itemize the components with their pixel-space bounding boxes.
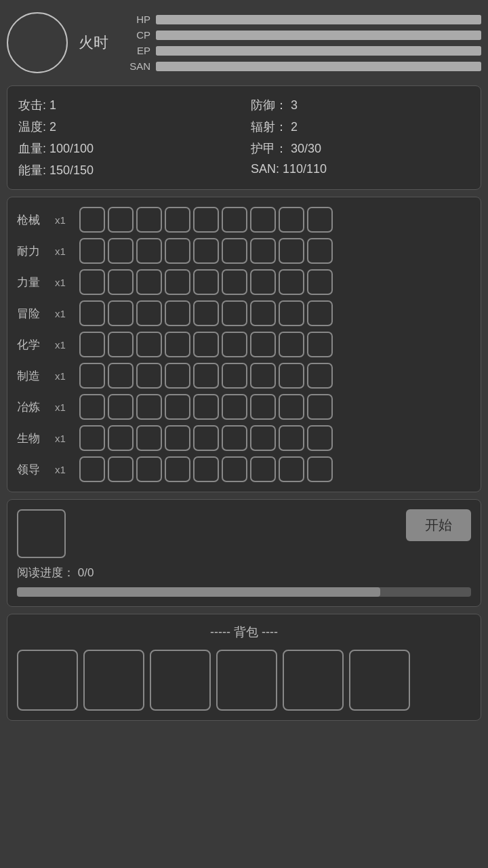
skill-box[interactable] bbox=[307, 394, 333, 420]
skill-box[interactable] bbox=[307, 300, 333, 326]
backpack-slot[interactable] bbox=[283, 650, 344, 711]
skill-box[interactable] bbox=[165, 363, 190, 389]
skill-box[interactable] bbox=[250, 207, 276, 233]
skill-box[interactable] bbox=[193, 238, 219, 264]
skill-box[interactable] bbox=[307, 425, 333, 451]
skill-box[interactable] bbox=[108, 300, 134, 326]
skill-box[interactable] bbox=[222, 238, 247, 264]
skill-box[interactable] bbox=[279, 332, 304, 357]
skill-box[interactable] bbox=[79, 207, 105, 233]
skill-box[interactable] bbox=[222, 425, 247, 451]
skill-box[interactable] bbox=[307, 456, 333, 482]
skill-box[interactable] bbox=[108, 456, 134, 482]
skill-box[interactable] bbox=[279, 300, 304, 326]
skill-box[interactable] bbox=[165, 238, 190, 264]
skill-box[interactable] bbox=[136, 394, 162, 420]
skill-box[interactable] bbox=[222, 332, 247, 357]
skill-box[interactable] bbox=[222, 456, 247, 482]
skill-box[interactable] bbox=[165, 207, 190, 233]
skill-box[interactable] bbox=[279, 425, 304, 451]
skill-box[interactable] bbox=[222, 363, 247, 389]
skill-box[interactable] bbox=[79, 456, 105, 482]
skill-box[interactable] bbox=[250, 300, 276, 326]
skill-mult: x1 bbox=[55, 245, 74, 257]
skill-box[interactable] bbox=[279, 269, 304, 295]
skill-box[interactable] bbox=[279, 238, 304, 264]
skill-box[interactable] bbox=[193, 456, 219, 482]
start-button[interactable]: 开始 bbox=[406, 509, 471, 541]
skill-box[interactable] bbox=[279, 394, 304, 420]
skill-box[interactable] bbox=[307, 238, 333, 264]
skill-name: 枪械 bbox=[17, 212, 49, 228]
bar-fill bbox=[156, 46, 481, 56]
skill-box[interactable] bbox=[193, 300, 219, 326]
backpack-slot[interactable] bbox=[17, 650, 78, 711]
skill-box[interactable] bbox=[165, 456, 190, 482]
skill-box[interactable] bbox=[279, 456, 304, 482]
skill-box[interactable] bbox=[222, 269, 247, 295]
skill-box[interactable] bbox=[108, 394, 134, 420]
skill-box[interactable] bbox=[250, 363, 276, 389]
skill-box[interactable] bbox=[136, 207, 162, 233]
skill-box[interactable] bbox=[79, 332, 105, 357]
skill-box[interactable] bbox=[279, 363, 304, 389]
skill-box[interactable] bbox=[250, 332, 276, 357]
skill-box[interactable] bbox=[193, 332, 219, 357]
skill-box[interactable] bbox=[136, 332, 162, 357]
skill-box[interactable] bbox=[193, 425, 219, 451]
header-section: 火时 HP CP EP SAN bbox=[7, 7, 481, 79]
skill-box[interactable] bbox=[250, 394, 276, 420]
bar-label: CP bbox=[126, 29, 150, 41]
skill-box[interactable] bbox=[79, 363, 105, 389]
skill-box[interactable] bbox=[193, 207, 219, 233]
skill-box[interactable] bbox=[307, 332, 333, 357]
skill-box[interactable] bbox=[307, 363, 333, 389]
skill-box[interactable] bbox=[108, 332, 134, 357]
skill-box[interactable] bbox=[193, 394, 219, 420]
skill-box[interactable] bbox=[250, 425, 276, 451]
skill-box[interactable] bbox=[136, 238, 162, 264]
backpack-slot[interactable] bbox=[216, 650, 277, 711]
skill-boxes bbox=[79, 425, 333, 451]
skill-box[interactable] bbox=[222, 300, 247, 326]
skill-box[interactable] bbox=[250, 238, 276, 264]
skill-box[interactable] bbox=[79, 300, 105, 326]
skill-row: 生物x1 bbox=[17, 425, 471, 451]
skill-box[interactable] bbox=[165, 394, 190, 420]
backpack-slot[interactable] bbox=[83, 650, 144, 711]
skill-box[interactable] bbox=[307, 269, 333, 295]
skill-row: 冶炼x1 bbox=[17, 394, 471, 420]
skill-box[interactable] bbox=[193, 363, 219, 389]
skill-box[interactable] bbox=[136, 300, 162, 326]
skill-box[interactable] bbox=[136, 269, 162, 295]
skill-box[interactable] bbox=[136, 363, 162, 389]
skill-box[interactable] bbox=[108, 207, 134, 233]
skill-box[interactable] bbox=[222, 207, 247, 233]
skill-box[interactable] bbox=[79, 394, 105, 420]
skill-box[interactable] bbox=[108, 238, 134, 264]
skill-box[interactable] bbox=[165, 269, 190, 295]
skill-box[interactable] bbox=[165, 425, 190, 451]
skill-box[interactable] bbox=[108, 363, 134, 389]
skill-box[interactable] bbox=[307, 207, 333, 233]
skill-box[interactable] bbox=[165, 300, 190, 326]
skill-box[interactable] bbox=[79, 425, 105, 451]
skill-box[interactable] bbox=[136, 425, 162, 451]
skill-box[interactable] bbox=[79, 238, 105, 264]
backpack-slot[interactable] bbox=[150, 650, 211, 711]
stat-bar-row-hp: HP bbox=[126, 14, 481, 25]
stats-panel: 攻击: 1 防御： 3 温度: 2 辐射： 2 血量: 100/100 护甲： … bbox=[7, 85, 481, 190]
skill-box[interactable] bbox=[108, 269, 134, 295]
skill-box[interactable] bbox=[79, 269, 105, 295]
skill-box[interactable] bbox=[279, 207, 304, 233]
defense-stat: 防御： 3 bbox=[251, 97, 470, 113]
skill-box[interactable] bbox=[250, 456, 276, 482]
attack-stat: 攻击: 1 bbox=[18, 97, 237, 113]
skill-box[interactable] bbox=[250, 269, 276, 295]
backpack-slot[interactable] bbox=[349, 650, 410, 711]
skill-box[interactable] bbox=[136, 456, 162, 482]
skill-box[interactable] bbox=[108, 425, 134, 451]
skill-box[interactable] bbox=[193, 269, 219, 295]
skill-box[interactable] bbox=[222, 394, 247, 420]
skill-box[interactable] bbox=[165, 332, 190, 357]
